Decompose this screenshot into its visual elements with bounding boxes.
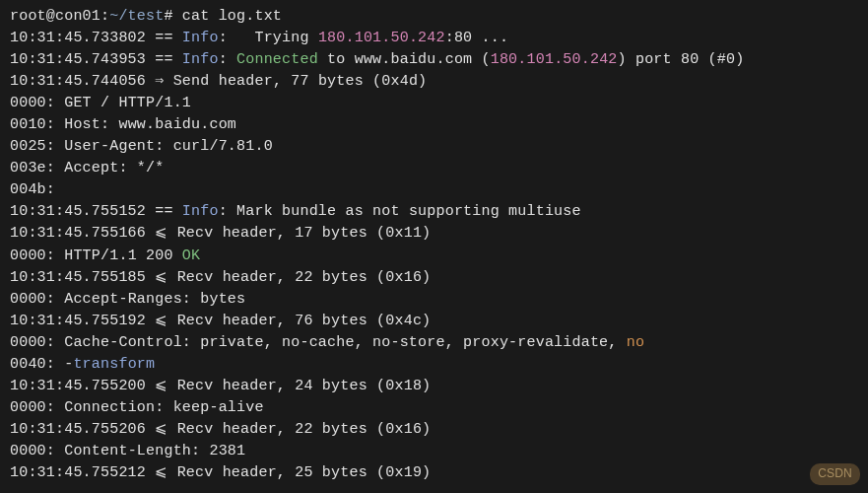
log-line: 10:31:45.755152 == Info: Mark bundle as … bbox=[10, 203, 581, 220]
log-line: 004b: bbox=[10, 181, 55, 198]
log-line: 0025: User-Agent: curl/7.81.0 bbox=[10, 138, 273, 155]
log-line: 10:31:45.755192 ⩽ Recv header, 76 bytes … bbox=[10, 313, 431, 329]
command-text: cat log.txt bbox=[182, 8, 282, 25]
log-line: 0000: Content-Length: 2381 bbox=[10, 443, 245, 459]
log-line: 0040: -transform bbox=[10, 356, 155, 373]
log-line: 10:31:45.744056 ⇒ Send header, 77 bytes … bbox=[10, 73, 427, 90]
log-line: 10:31:45.733802 == Info: Trying 180.101.… bbox=[10, 30, 508, 46]
log-line: 0000: HTTP/1.1 200 OK bbox=[10, 247, 200, 264]
log-line: 10:31:45.755185 ⩽ Recv header, 22 bytes … bbox=[10, 269, 431, 286]
log-line: 0010: Host: www.baidu.com bbox=[10, 116, 236, 133]
log-line: 10:31:45.755212 ⩽ Recv header, 25 bytes … bbox=[10, 464, 431, 481]
prompt-path: ~/test bbox=[109, 8, 164, 25]
prompt-symbol: # bbox=[164, 8, 172, 25]
log-line: 10:31:45.755206 ⩽ Recv header, 22 bytes … bbox=[10, 421, 431, 438]
log-line: 0000: Accept-Ranges: bytes bbox=[10, 291, 245, 308]
prompt-user: root@con01 bbox=[10, 8, 100, 25]
log-line: 0000: Connection: keep-alive bbox=[10, 399, 264, 416]
log-line: 0000: Cache-Control: private, no-cache, … bbox=[10, 334, 644, 351]
log-line: 10:31:45.755200 ⩽ Recv header, 24 bytes … bbox=[10, 378, 431, 394]
watermark-badge: CSDN bbox=[810, 463, 860, 485]
log-line: 003e: Accept: */* bbox=[10, 160, 164, 176]
log-line: 10:31:45.743953 == Info: Connected to ww… bbox=[10, 51, 744, 68]
log-line: 0000: GET / HTTP/1.1 bbox=[10, 95, 191, 111]
log-line: 10:31:45.755166 ⩽ Recv header, 17 bytes … bbox=[10, 225, 431, 242]
terminal-output: root@con01:~/test# cat log.txt 10:31:45.… bbox=[10, 6, 858, 484]
